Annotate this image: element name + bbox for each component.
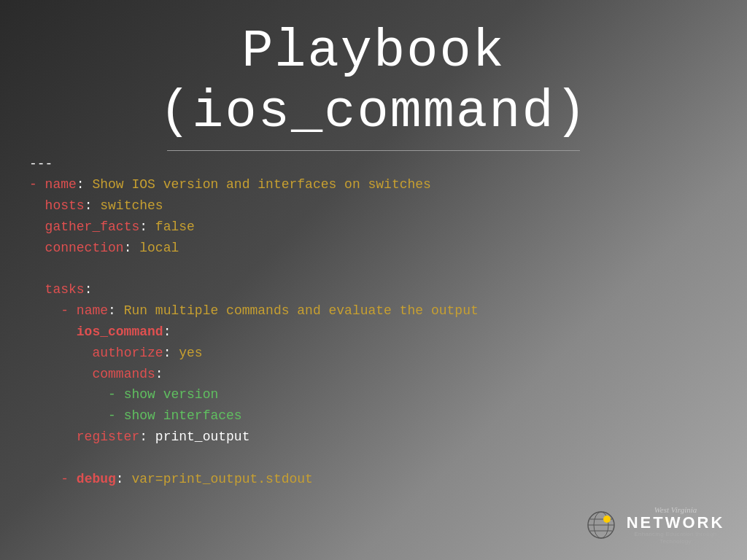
indent10	[29, 408, 108, 423]
register-kw: register	[77, 429, 139, 444]
hosts-colon: :	[85, 198, 101, 213]
slide-container: Playbook (ios_command) --- - name: Show …	[0, 0, 747, 560]
task-name-val: Run multiple commands and evaluate the o…	[124, 303, 479, 318]
task-name-line: - name: Run multiple commands and evalua…	[29, 300, 718, 322]
globe-icon	[587, 510, 616, 540]
indent4	[29, 282, 45, 297]
cmd1-line: - show version	[29, 384, 718, 405]
connection-val: local	[139, 241, 179, 255]
indent9	[29, 387, 108, 402]
tasks-kw: tasks	[45, 282, 85, 297]
connection-colon: :	[124, 241, 140, 255]
blank2	[29, 448, 718, 469]
gather-kw: gather_facts	[45, 219, 140, 234]
register-line: register: print_output	[29, 427, 718, 448]
play-name-val: Show IOS version and interfaces on switc…	[92, 177, 430, 192]
indent7	[29, 346, 92, 360]
authorize-line: authorize: yes	[29, 343, 718, 364]
indent6	[29, 324, 77, 339]
blank1	[29, 259, 718, 280]
commands-line: commands:	[29, 364, 718, 385]
authorize-kw: authorize	[92, 346, 163, 360]
cmd2-line: - show interfaces	[29, 405, 718, 427]
indent3	[29, 241, 45, 255]
hosts-val: switches	[100, 198, 163, 213]
play-dash: -	[29, 177, 45, 192]
task-name-kw: name	[77, 303, 108, 318]
indent8	[29, 367, 92, 381]
hosts-line: hosts: switches	[29, 195, 718, 217]
cmd2-val: - show interfaces	[108, 408, 242, 423]
yaml-separator: ---	[29, 154, 718, 175]
commands-kw: commands	[92, 367, 155, 381]
svg-point-5	[603, 516, 611, 523]
hosts-kw: hosts	[45, 198, 85, 213]
indent11	[29, 429, 77, 444]
cmd1-val: - show version	[108, 387, 218, 402]
gather-line: gather_facts: false	[29, 217, 718, 238]
authorize-colon: :	[163, 346, 179, 360]
title-line2: (ios_command)	[159, 82, 588, 142]
commands-colon: :	[155, 367, 163, 381]
tasks-colon: :	[85, 282, 93, 297]
debug-kw: debug	[77, 472, 116, 486]
title-underline	[167, 150, 580, 151]
authorize-val: yes	[179, 346, 202, 360]
ios-command-line: ios_command:	[29, 322, 718, 343]
tasks-line: tasks:	[29, 279, 718, 300]
ios-kw: ios_command	[77, 324, 163, 339]
play-name-kw: name	[45, 177, 77, 192]
code-content: --- - name: Show IOS version and interfa…	[29, 154, 718, 490]
play-colon1: :	[77, 177, 93, 192]
play-name-line: - name: Show IOS version and interfaces …	[29, 174, 718, 195]
indent5	[29, 303, 61, 318]
debug-colon: :	[116, 472, 132, 486]
register-val: print_output	[155, 429, 250, 444]
task-name-colon: :	[108, 303, 124, 318]
connection-kw: connection	[45, 241, 124, 255]
indent12	[29, 472, 61, 486]
logo-area: West Virginia NETWORK Enhancing Educatio…	[587, 503, 732, 547]
indent1	[29, 198, 45, 213]
connection-line: connection: local	[29, 238, 718, 259]
logo-tagline-text: Enhancing Education through Technology	[619, 531, 732, 545]
ios-colon: :	[163, 324, 171, 339]
gather-colon: :	[139, 219, 155, 234]
gather-val: false	[155, 219, 195, 234]
logo-network-text: NETWORK	[619, 515, 732, 531]
slide-title: Playbook (ios_command)	[29, 22, 718, 143]
register-colon: :	[139, 429, 155, 444]
debug-dash: -	[61, 472, 77, 486]
debug-line: - debug: var=print_output.stdout	[29, 469, 718, 490]
title-line1: Playbook	[241, 22, 506, 82]
task-dash: -	[61, 303, 77, 318]
debug-val: var=print_output.stdout	[131, 472, 312, 486]
indent2	[29, 219, 45, 234]
